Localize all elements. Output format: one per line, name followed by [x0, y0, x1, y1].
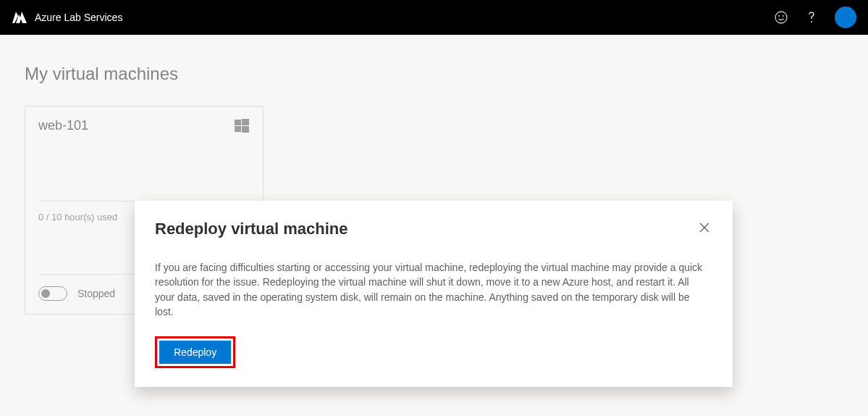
azure-lab-logo-icon — [12, 9, 28, 25]
dialog-body-text: If you are facing difficulties starting … — [155, 260, 705, 319]
svg-point-0 — [775, 12, 787, 23]
redeploy-button[interactable]: Redeploy — [159, 341, 231, 364]
dialog-actions: Redeploy — [155, 336, 712, 368]
avatar[interactable] — [835, 7, 856, 28]
topbar-left: Azure Lab Services — [12, 9, 122, 25]
redeploy-dialog: Redeploy virtual machine If you are faci… — [135, 201, 733, 387]
dialog-header: Redeploy virtual machine — [155, 220, 712, 238]
svg-point-3 — [811, 21, 812, 22]
svg-point-2 — [783, 15, 784, 17]
feedback-smiley-icon[interactable] — [774, 10, 788, 25]
redeploy-highlight-box: Redeploy — [155, 336, 235, 368]
top-bar: Azure Lab Services — [0, 0, 868, 35]
svg-point-1 — [778, 15, 780, 17]
topbar-right — [774, 7, 856, 28]
brand-text[interactable]: Azure Lab Services — [35, 12, 122, 23]
dialog-title: Redeploy virtual machine — [155, 220, 348, 238]
close-icon[interactable] — [696, 220, 712, 236]
help-icon[interactable] — [804, 10, 819, 25]
